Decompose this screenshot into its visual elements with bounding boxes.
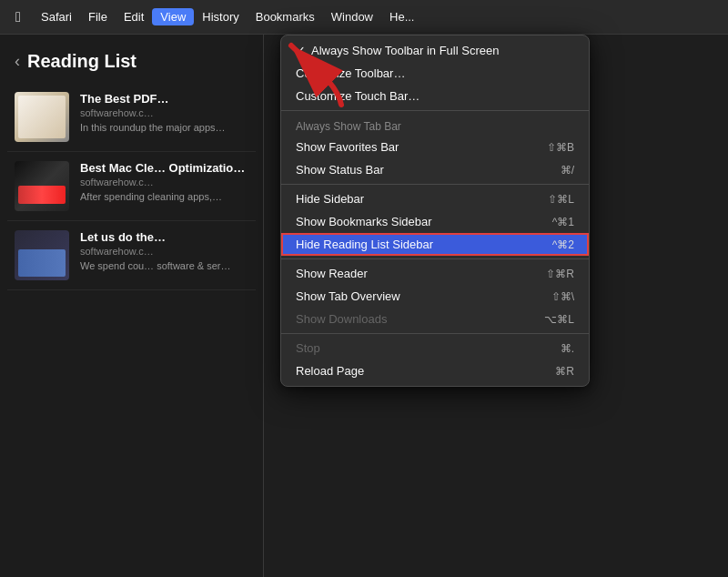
menu-item-show-status-bar[interactable]: Show Status Bar ⌘/ — [281, 158, 589, 181]
menubar-history[interactable]: History — [194, 8, 247, 25]
menu-item-shortcut: ⌥⌘L — [544, 313, 574, 326]
reading-list-sidebar: ‹ Reading List The Best PDF… softwarehow… — [0, 35, 264, 577]
menu-item-shortcut: ⌘R — [555, 365, 574, 378]
menu-item-label: Show Reader — [296, 267, 546, 280]
menu-item-label: Stop — [296, 341, 561, 355]
menu-item-customize-touch-bar[interactable]: Customize Touch Bar… — [281, 85, 589, 107]
list-item[interactable]: Best Mac Cle… Optimization… softwarehow.… — [7, 152, 256, 221]
item-thumbnail — [15, 92, 69, 142]
menu-item-shortcut: ⌘/ — [561, 164, 574, 177]
section-header-label: Always Show Tab Bar — [296, 120, 574, 133]
menu-item-show-tab-overview[interactable]: Show Tab Overview ⇧⌘\ — [281, 285, 589, 308]
sidebar-items-list: The Best PDF… softwarehow.c… In this rou… — [0, 83, 263, 290]
menubar-window[interactable]: Window — [323, 8, 381, 25]
item-description: We spend cou… software & ser… — [80, 259, 248, 272]
menubar-view[interactable]: View — [152, 8, 194, 25]
menu-item-shortcut: ⇧⌘L — [548, 193, 574, 206]
menubar:  Safari File Edit View History Bookmark… — [0, 0, 728, 35]
menu-separator — [281, 184, 589, 185]
apple-menu[interactable]:  — [7, 6, 29, 28]
menu-item-label: Show Favorites Bar — [296, 140, 547, 154]
menu-item-shortcut: ⇧⌘B — [547, 141, 574, 154]
menu-item-label: Show Status Bar — [296, 163, 561, 177]
menu-separator — [281, 258, 589, 259]
sidebar-title: Reading List — [27, 51, 136, 72]
item-description: After spending cleaning apps,… — [80, 190, 248, 203]
item-title: Best Mac Cle… Optimization… — [80, 161, 248, 175]
menu-item-hide-reading-list[interactable]: Hide Reading List Sidebar ^⌘2 — [281, 233, 589, 256]
menu-item-label: Show Tab Overview — [296, 289, 551, 303]
menu-item-always-show-toolbar[interactable]: Always Show Toolbar in Full Screen — [281, 39, 589, 62]
menu-item-label: Hide Reading List Sidebar — [296, 238, 552, 251]
item-url: softwarehow.c… — [80, 246, 248, 257]
menu-item-shortcut: ⇧⌘R — [546, 268, 574, 280]
menu-item-shortcut: ⇧⌘\ — [551, 290, 574, 303]
menu-item-show-reader[interactable]: Show Reader ⇧⌘R — [281, 262, 589, 285]
view-menu-dropdown: Always Show Toolbar in Full Screen Custo… — [280, 35, 590, 387]
menu-item-shortcut: ⌘. — [561, 342, 574, 355]
menu-separator — [281, 333, 589, 334]
menu-item-show-favorites-bar[interactable]: Show Favorites Bar ⇧⌘B — [281, 136, 589, 158]
sidebar-header: ‹ Reading List — [0, 35, 263, 83]
item-thumbnail — [15, 161, 69, 211]
list-item[interactable]: The Best PDF… softwarehow.c… In this rou… — [7, 83, 256, 152]
menu-item-stop: Stop ⌘. — [281, 337, 589, 359]
menu-item-label: Customize Touch Bar… — [296, 89, 574, 103]
sidebar-back-button[interactable]: ‹ — [15, 52, 20, 71]
menubar-bookmarks[interactable]: Bookmarks — [248, 8, 323, 25]
menu-item-label: Show Downloads — [296, 312, 544, 326]
item-url: softwarehow.c… — [80, 177, 248, 187]
menu-section-header: Always Show Tab Bar — [281, 114, 589, 136]
item-text: Best Mac Cle… Optimization… softwarehow.… — [80, 161, 248, 211]
menu-item-reload-page[interactable]: Reload Page ⌘R — [281, 359, 589, 382]
menu-item-shortcut: ^⌘2 — [552, 238, 574, 251]
item-title: The Best PDF… — [80, 92, 248, 106]
item-text: Let us do the… softwarehow.c… We spend c… — [80, 230, 248, 280]
menubar-edit[interactable]: Edit — [116, 8, 152, 25]
menu-separator — [281, 110, 589, 111]
menu-item-label: Hide Sidebar — [296, 192, 548, 206]
menubar-help[interactable]: He... — [381, 8, 422, 25]
menu-item-shortcut: ^⌘1 — [552, 216, 574, 228]
item-description: In this roundup the major apps… — [80, 121, 248, 134]
menu-item-label: Always Show Toolbar in Full Screen — [296, 44, 574, 57]
item-url: softwarehow.c… — [80, 107, 248, 118]
menu-item-customize-toolbar[interactable]: Customize Toolbar… — [281, 62, 589, 85]
menu-item-show-downloads: Show Downloads ⌥⌘L — [281, 308, 589, 330]
menu-item-label: Customize Toolbar… — [296, 66, 574, 80]
list-item[interactable]: Let us do the… softwarehow.c… We spend c… — [7, 221, 256, 290]
menu-item-show-bookmarks-sidebar[interactable]: Show Bookmarks Sidebar ^⌘1 — [281, 210, 589, 233]
menu-item-label: Show Bookmarks Sidebar — [296, 215, 552, 228]
menubar-file[interactable]: File — [80, 8, 116, 25]
menu-item-hide-sidebar[interactable]: Hide Sidebar ⇧⌘L — [281, 187, 589, 210]
item-text: The Best PDF… softwarehow.c… In this rou… — [80, 92, 248, 142]
menubar-safari[interactable]: Safari — [33, 8, 80, 25]
menu-item-label: Reload Page — [296, 364, 555, 378]
item-thumbnail — [15, 230, 69, 280]
item-title: Let us do the… — [80, 230, 248, 244]
